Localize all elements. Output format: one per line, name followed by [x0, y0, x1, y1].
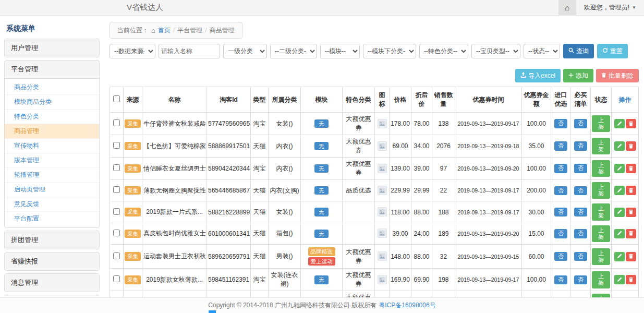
icon-cell [375, 245, 390, 269]
row-checkbox[interactable] [113, 208, 120, 215]
status-button[interactable]: 上架 [592, 160, 610, 177]
sidebar-item[interactable]: 商品管理 [5, 124, 99, 139]
status-button[interactable]: 上架 [592, 225, 610, 242]
row-checkbox[interactable] [113, 230, 120, 236]
pencil-icon [617, 230, 622, 237]
delete-button[interactable] [626, 208, 636, 217]
row-checkbox[interactable] [113, 164, 120, 171]
user-menu[interactable]: 欢迎您，管理员! ▼ [576, 3, 644, 12]
delete-button[interactable] [626, 252, 636, 261]
search-button[interactable]: 查询 [563, 44, 594, 58]
delete-button[interactable] [626, 275, 636, 284]
import-select-toggle[interactable]: 否 [554, 164, 567, 173]
source-badge: 采集 [125, 230, 141, 238]
sidebar-item[interactable]: 特色分类 [5, 110, 99, 124]
module-badge: 无 [314, 119, 329, 128]
edit-button[interactable] [614, 229, 625, 238]
import-select-toggle[interactable]: 否 [554, 186, 567, 195]
source-badge: 采集 [125, 252, 141, 261]
source-cell: 采集 [124, 180, 142, 201]
row-checkbox[interactable] [113, 142, 120, 149]
status-button[interactable]: 上架 [592, 248, 610, 265]
edit-button[interactable] [614, 119, 625, 128]
filter-select[interactable]: --数据来源-- [110, 44, 155, 58]
row-checkbox[interactable] [113, 119, 120, 126]
filter-select[interactable]: 一级分类 [223, 44, 267, 58]
row-checkbox[interactable] [113, 252, 120, 259]
select-all-checkbox[interactable] [113, 95, 120, 102]
sidebar-item[interactable]: 模块商品分类 [5, 95, 99, 110]
delete-button[interactable] [626, 186, 636, 195]
sidebar-group-header-1[interactable]: 平台管理 [5, 61, 99, 78]
delete-button[interactable] [626, 119, 636, 128]
coupon-time: 2019-09-13—2019-09-17 [455, 180, 522, 201]
import-select-toggle[interactable]: 否 [554, 208, 567, 216]
must-buy-toggle[interactable]: 否 [574, 119, 587, 128]
status-button[interactable]: 上架 [592, 115, 610, 132]
home-button[interactable]: ⌂ [558, 0, 576, 15]
sidebar-group-header-2[interactable]: 拼团管理 [5, 231, 99, 249]
ops-cell [612, 135, 639, 158]
edit-button[interactable] [614, 275, 625, 284]
must-buy-toggle[interactable]: 否 [574, 275, 587, 284]
import-select-toggle[interactable]: 否 [554, 252, 567, 261]
delete-button[interactable] [626, 229, 636, 238]
column-header: 模块 [301, 87, 343, 113]
edit-button[interactable] [614, 208, 625, 217]
trash-icon [628, 142, 634, 150]
icp-link[interactable]: 粤ICP备16098006号 [379, 301, 435, 310]
batch-delete-button[interactable]: 批量删除 [596, 69, 639, 82]
sidebar-group-header-5[interactable]: 订单管理 [5, 295, 99, 296]
import-excel-button[interactable]: 导入excel [515, 69, 561, 82]
sidebar-item[interactable]: 商品分类 [5, 80, 99, 95]
delete-button[interactable] [626, 141, 636, 151]
import-select-toggle-cell: 否 [551, 245, 571, 269]
filter-select[interactable]: --状态-- [524, 44, 560, 58]
add-button[interactable]: 添加 [563, 69, 593, 82]
filter-select[interactable]: --宝贝类型-- [471, 44, 520, 58]
sidebar-group-header-0[interactable]: 用户管理 [5, 39, 99, 57]
sidebar-group-header-4[interactable]: 消息管理 [5, 274, 99, 292]
import-select-toggle[interactable]: 否 [554, 119, 567, 128]
must-buy-toggle[interactable]: 否 [574, 229, 587, 238]
sidebar-item[interactable]: 版本管理 [5, 153, 99, 168]
must-buy-toggle[interactable]: 否 [574, 141, 587, 150]
sidebar-item[interactable]: 宣传物料 [5, 139, 99, 153]
row-checkbox[interactable] [113, 275, 120, 282]
import-select-toggle[interactable]: 否 [554, 141, 567, 150]
filter-select[interactable]: --模块-- [320, 44, 360, 58]
filter-select[interactable]: --模块下分类-- [363, 44, 416, 58]
discount-price: 88.00 [411, 201, 432, 223]
edit-button[interactable] [614, 141, 625, 151]
edit-button[interactable] [614, 186, 625, 195]
filter-select[interactable]: --特色分类-- [419, 44, 468, 58]
delete-button[interactable] [626, 164, 636, 173]
name-search-input[interactable] [159, 44, 220, 58]
source-badge: 采集 [125, 208, 141, 216]
import-select-toggle[interactable]: 否 [554, 275, 567, 284]
import-select-toggle[interactable]: 否 [554, 229, 567, 238]
sidebar-item[interactable]: 轮播管理 [5, 168, 99, 183]
sidebar-group-header-3[interactable]: 省赚快报 [5, 252, 99, 270]
must-buy-toggle[interactable]: 否 [574, 186, 587, 195]
status-button[interactable]: 上架 [592, 203, 610, 220]
must-buy-toggle[interactable]: 否 [574, 164, 587, 173]
sales-count: 188 [432, 201, 455, 223]
edit-button[interactable] [614, 164, 625, 173]
reset-button[interactable]: 重置 [597, 44, 628, 58]
status-button[interactable]: 上架 [592, 182, 610, 199]
sidebar-item[interactable]: 平台配置 [5, 212, 99, 226]
edit-button[interactable] [614, 252, 625, 261]
breadcrumb-home-link[interactable]: 首页 [158, 26, 171, 35]
module-badge: 无 [314, 186, 329, 195]
must-buy-toggle[interactable]: 否 [574, 252, 587, 261]
sidebar-item[interactable]: 启动页管理 [5, 183, 99, 197]
row-checkbox[interactable] [113, 186, 120, 193]
sidebar-item[interactable]: 意见反馈 [5, 197, 99, 212]
must-buy-toggle[interactable]: 否 [574, 208, 587, 216]
ops-cell [612, 269, 639, 291]
status-button[interactable]: 上架 [592, 138, 610, 154]
status-button[interactable]: 上架 [592, 271, 610, 288]
filter-select[interactable]: --二级分类-- [270, 44, 317, 58]
source-cell: 采集 [124, 158, 142, 180]
